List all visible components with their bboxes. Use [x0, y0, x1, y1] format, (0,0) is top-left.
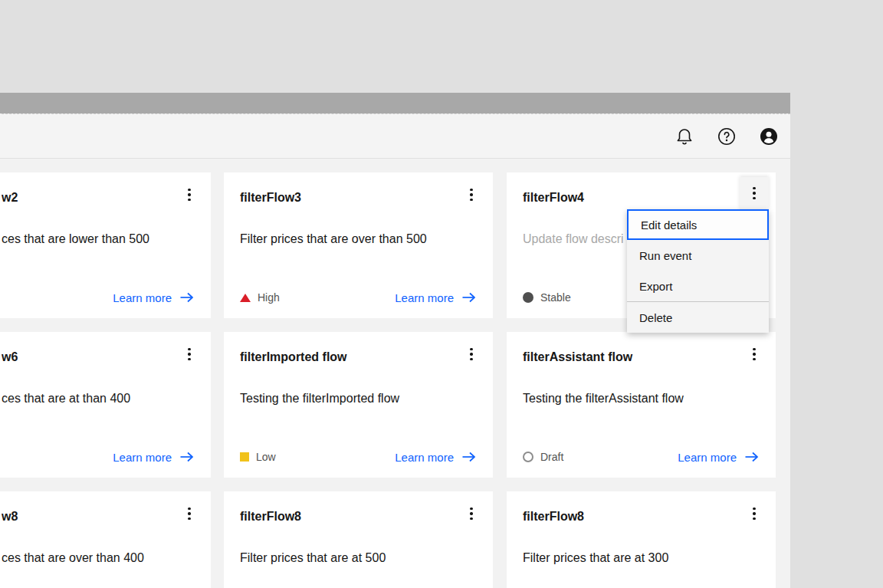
- status-label: Stable: [540, 291, 571, 304]
- overflow-dots-icon: [470, 189, 472, 201]
- arrow-right-icon: [179, 291, 195, 304]
- help-icon: [717, 127, 736, 146]
- status-label: High: [258, 291, 280, 304]
- flow-card: filterAssistant flow Testing the filterA…: [507, 332, 776, 478]
- card-description: ces that are lower than 500: [2, 231, 197, 248]
- avatar-icon: [760, 127, 778, 146]
- card-footer: Learn more: [0, 289, 195, 306]
- learn-more-label: Learn more: [395, 291, 454, 304]
- overflow-menu-button[interactable]: [177, 501, 202, 526]
- menu-item-run-event[interactable]: Run event: [627, 240, 769, 271]
- status-label: Draft: [540, 451, 563, 463]
- overflow-dots-icon: [188, 189, 190, 201]
- flow-card: w8 ces that are over than 400: [0, 491, 211, 588]
- status-tag: Draft: [523, 451, 563, 463]
- card-footer: Draft Learn more: [523, 448, 760, 465]
- menu-item-edit-details[interactable]: Edit details: [627, 209, 769, 240]
- help-button[interactable]: [717, 127, 736, 146]
- learn-more-link[interactable]: Learn more: [395, 291, 477, 304]
- overflow-menu-button[interactable]: [177, 342, 202, 366]
- card-description: Filter prices that are at 300: [523, 550, 762, 567]
- learn-more-link[interactable]: Learn more: [113, 451, 195, 464]
- status-icon: [240, 452, 249, 462]
- overflow-dots-icon: [188, 348, 190, 360]
- card-description: Testing the filterAssistant flow: [523, 390, 762, 407]
- flow-card: filterImported flow Testing the filterIm…: [224, 332, 493, 478]
- learn-more-label: Learn more: [113, 451, 172, 464]
- card-title: w8: [2, 508, 166, 525]
- overflow-menu-button[interactable]: [742, 501, 766, 526]
- status-icon: [523, 452, 533, 462]
- learn-more-link[interactable]: Learn more: [678, 451, 760, 464]
- card-description: ces that are at than 400: [2, 390, 197, 407]
- card-title: w6: [2, 349, 166, 366]
- app-window: w2 ces that are lower than 500 Learn mor…: [0, 93, 790, 588]
- overflow-menu-button[interactable]: [459, 342, 484, 366]
- learn-more-label: Learn more: [678, 451, 737, 464]
- status-tag: High: [240, 291, 280, 304]
- overflow-menu-button[interactable]: [177, 182, 202, 207]
- card-title: filterImported flow: [240, 349, 448, 366]
- flow-card: filterFlow8 Filter prices that are at 50…: [224, 491, 493, 588]
- card-title: filterAssistant flow: [523, 349, 731, 366]
- window-toolbar: [0, 93, 790, 113]
- status-icon: [240, 294, 251, 302]
- card-description: Testing the filterImported flow: [240, 390, 479, 407]
- learn-more-link[interactable]: Learn more: [395, 451, 477, 464]
- user-menu-button[interactable]: [760, 127, 778, 146]
- notifications-button[interactable]: [675, 127, 694, 146]
- arrow-right-icon: [179, 451, 195, 463]
- overflow-dots-icon: [753, 348, 755, 360]
- flow-card: w6 ces that are at than 400 Learn more: [0, 332, 211, 478]
- card-title: w2: [2, 189, 166, 206]
- overflow-menu-button[interactable]: [459, 182, 484, 207]
- overflow-dots-icon: [188, 508, 190, 520]
- card-footer: Learn more: [0, 448, 195, 465]
- card-title: filterFlow4: [523, 189, 731, 206]
- card-footer: High Learn more: [240, 289, 477, 306]
- flow-card: filterFlow8 Filter prices that are at 30…: [507, 491, 776, 588]
- arrow-right-icon: [461, 291, 477, 304]
- card-footer: Low Learn more: [240, 448, 477, 465]
- overflow-menu-button[interactable]: [742, 342, 766, 366]
- card-description: ces that are over than 400: [2, 550, 197, 567]
- header-actions: [675, 114, 778, 158]
- card-title: filterFlow8: [523, 508, 731, 525]
- learn-more-label: Learn more: [395, 451, 454, 464]
- menu-item-delete[interactable]: Delete: [627, 301, 769, 333]
- status-tag: Low: [240, 451, 276, 463]
- learn-more-link[interactable]: Learn more: [113, 291, 195, 304]
- arrow-right-icon: [744, 451, 760, 463]
- overflow-dots-icon: [470, 508, 472, 520]
- card-title: filterFlow3: [240, 189, 448, 206]
- learn-more-label: Learn more: [113, 291, 172, 304]
- status-icon: [523, 292, 533, 303]
- overflow-dots-icon: [753, 187, 755, 199]
- app-header: [0, 113, 790, 159]
- overflow-menu: Edit detailsRun eventExportDelete: [627, 209, 769, 333]
- overflow-menu-button-open[interactable]: [740, 177, 769, 209]
- status-label: Low: [256, 451, 276, 463]
- overflow-dots-icon: [470, 348, 472, 360]
- card-title: filterFlow8: [240, 508, 448, 525]
- menu-item-export[interactable]: Export: [627, 271, 769, 301]
- flow-card: filterFlow3 Filter prices that are over …: [224, 172, 493, 318]
- flow-card: w2 ces that are lower than 500 Learn mor…: [0, 172, 211, 318]
- arrow-right-icon: [461, 451, 477, 463]
- bell-icon: [675, 127, 694, 146]
- overflow-menu-button[interactable]: [459, 501, 484, 526]
- status-tag: Stable: [523, 291, 571, 304]
- card-description: Filter prices that are over than 500: [240, 231, 479, 248]
- overflow-dots-icon: [753, 508, 755, 520]
- card-description: Filter prices that are at 500: [240, 550, 479, 567]
